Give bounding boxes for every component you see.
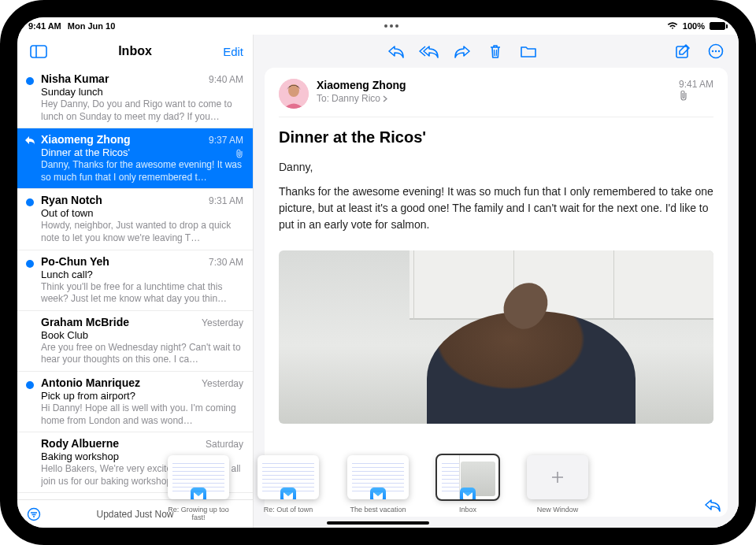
reply-all-icon[interactable]	[417, 39, 441, 63]
trash-icon[interactable]	[484, 39, 507, 63]
home-indicator[interactable]	[327, 521, 429, 525]
list-time: 9:37 AM	[209, 135, 243, 146]
list-time: 7:30 AM	[209, 257, 243, 268]
reply-icon[interactable]	[384, 39, 408, 63]
new-window-thumb	[527, 455, 588, 499]
list-subject: Dinner at the Ricos'	[41, 146, 243, 158]
app-shelf: Re: Growing up too fast!Re: Out of townT…	[17, 455, 739, 518]
list-time: 9:40 AM	[209, 74, 243, 85]
message-item[interactable]: Ryan Notch9:31 AMOut of townHowdy, neigh…	[17, 189, 253, 250]
shelf-label: Re: Growing up too fast!	[167, 506, 230, 522]
clock-label: 9:41 AM	[28, 21, 61, 31]
chevron-right-icon	[383, 95, 387, 102]
message-item[interactable]: Antonio ManriquezYesterdayPick up from a…	[17, 372, 253, 432]
svg-point-12	[718, 50, 720, 52]
mail-app-icon	[280, 488, 296, 499]
inbox-title: Inbox	[17, 44, 253, 58]
viewer-time: 9:41 AM	[679, 79, 713, 90]
compose-icon[interactable]	[671, 39, 695, 63]
shelf-item[interactable]: New Window	[518, 455, 597, 514]
multitasking-dots[interactable]	[115, 24, 667, 28]
list-time: Yesterday	[202, 378, 243, 389]
body-greeting: Danny,	[279, 159, 713, 176]
list-subject: Sunday lunch	[41, 86, 243, 98]
edit-button[interactable]: Edit	[223, 45, 243, 58]
list-sender: Graham McBride	[41, 316, 195, 328]
more-icon[interactable]	[704, 39, 728, 63]
shelf-label: Re: Out of town	[264, 506, 313, 514]
window-thumb	[347, 455, 409, 499]
message-body: Danny, Thanks for the awesome evening! I…	[279, 159, 713, 241]
list-preview: Danny, Thanks for the awesome evening! I…	[41, 159, 243, 184]
unread-dot-icon	[26, 77, 34, 85]
to-label: To:	[317, 93, 329, 104]
window-thumb	[168, 455, 229, 499]
list-sender: Antonio Manriquez	[41, 376, 195, 389]
message-item[interactable]: Nisha Kumar9:40 AMSunday lunchHey Danny,…	[17, 68, 253, 128]
shelf-label: New Window	[537, 506, 579, 514]
list-subject: Out of town	[41, 207, 243, 219]
unread-dot-icon	[26, 260, 34, 268]
list-preview: Think you'll be free for a lunchtime cha…	[41, 281, 243, 306]
shelf-item[interactable]: Re: Growing up too fast!	[159, 455, 238, 522]
mail-app-icon	[460, 488, 476, 499]
message-list: Nisha Kumar9:40 AMSunday lunchHey Danny,…	[17, 68, 253, 499]
shelf-item[interactable]: The best vacation	[339, 455, 417, 514]
quick-reply-icon[interactable]	[701, 493, 724, 517]
svg-point-11	[715, 50, 717, 52]
wifi-icon	[667, 22, 678, 30]
svg-point-10	[712, 50, 713, 52]
list-time: Yesterday	[202, 317, 243, 328]
date-label: Mon Jun 10	[68, 21, 116, 31]
list-sender: Nisha Kumar	[41, 72, 202, 85]
message-view: Xiaomeng Zhong To: Danny Rico 9:41 AM	[265, 68, 728, 517]
recipient-name: Danny Rico	[332, 93, 380, 104]
list-sender: Po-Chun Yeh	[41, 255, 202, 268]
list-subject: Lunch call?	[41, 269, 243, 280]
attachment-icon	[235, 149, 243, 158]
list-preview: Hey Danny, Do you and Rigo want to come …	[41, 98, 243, 123]
list-preview: Howdy, neighbor, Just wanted to drop a q…	[41, 220, 243, 244]
forward-icon[interactable]	[450, 39, 474, 63]
mail-app-icon	[370, 488, 386, 499]
sidebar-toggle-icon[interactable]	[27, 39, 50, 63]
list-sender: Rody Albuerne	[41, 437, 199, 450]
move-folder-icon[interactable]	[517, 39, 540, 63]
attachment-icon	[679, 90, 713, 101]
list-subject: Book Club	[41, 329, 243, 341]
battery-percent-label: 100%	[683, 21, 705, 31]
sender-avatar[interactable]	[279, 79, 309, 109]
shelf-label: Inbox	[459, 506, 476, 514]
message-item[interactable]: Po-Chun Yeh7:30 AMLunch call?Think you'l…	[17, 250, 253, 311]
unread-dot-icon	[26, 381, 34, 389]
battery-icon	[710, 22, 728, 30]
unread-dot-icon	[26, 198, 34, 206]
main-toolbar	[254, 35, 739, 68]
list-preview: Hi Danny! Hope all is well with you. I'm…	[41, 402, 243, 427]
recipient-row[interactable]: To: Danny Rico	[317, 93, 671, 104]
svg-rect-0	[31, 46, 46, 57]
replied-icon	[24, 135, 35, 145]
message-title: Dinner at the Ricos'	[279, 128, 713, 146]
viewer-sender-name[interactable]: Xiaomeng Zhong	[317, 79, 671, 91]
main-pane: Xiaomeng Zhong To: Danny Rico 9:41 AM	[254, 35, 739, 528]
photo-attachment[interactable]	[279, 250, 713, 424]
list-sender: Xiaomeng Zhong	[41, 133, 202, 146]
body-text: Thanks for the awesome evening! It was s…	[279, 184, 713, 233]
window-thumb	[258, 455, 319, 499]
window-thumb	[437, 455, 498, 499]
sidebar: Inbox Edit Nisha Kumar9:40 AMSunday lunc…	[17, 35, 254, 528]
shelf-item[interactable]: Inbox	[428, 455, 507, 514]
list-sender: Ryan Notch	[41, 194, 202, 206]
list-time: 9:31 AM	[209, 195, 243, 206]
status-bar: 9:41 AM Mon Jun 10 100%	[17, 17, 739, 35]
list-preview: Are you free on Wednesday night? Can't w…	[41, 342, 243, 366]
list-time: Saturday	[206, 439, 243, 450]
shelf-label: The best vacation	[350, 506, 406, 514]
list-subject: Pick up from airport?	[41, 390, 243, 402]
message-item[interactable]: Xiaomeng Zhong9:37 AMDinner at the Ricos…	[17, 128, 253, 189]
mail-app-icon	[191, 488, 206, 499]
shelf-item[interactable]: Re: Out of town	[249, 455, 328, 514]
message-item[interactable]: Graham McBrideYesterdayBook ClubAre you …	[17, 311, 253, 372]
